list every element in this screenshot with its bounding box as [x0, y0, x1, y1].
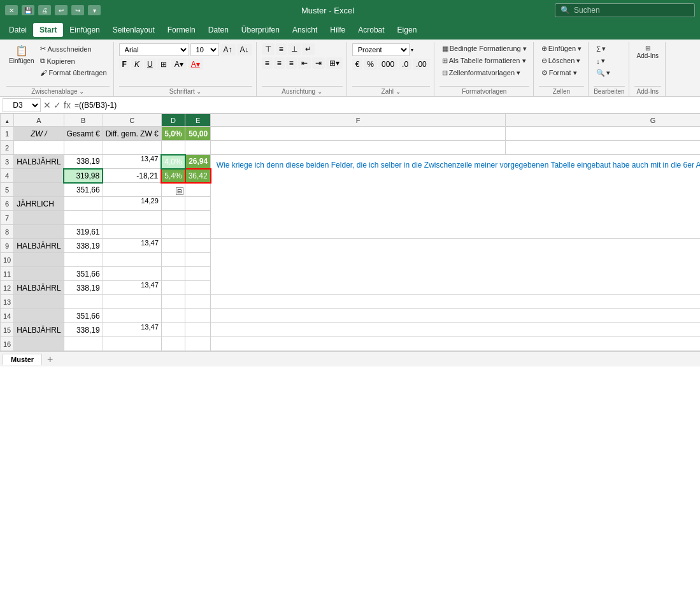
- menu-start[interactable]: Start: [33, 23, 63, 37]
- cell-F2[interactable]: [211, 141, 506, 155]
- delete-cells-button[interactable]: ⊖ Löschen ▾: [539, 55, 583, 66]
- font-family-select[interactable]: Arial: [119, 43, 189, 56]
- cell-F15[interactable]: [211, 323, 700, 337]
- cell-D13[interactable]: [161, 295, 185, 309]
- cell-E6[interactable]: [185, 197, 211, 211]
- cell-C16[interactable]: [103, 337, 161, 351]
- cell-E15[interactable]: [185, 323, 211, 337]
- cell-B7[interactable]: [64, 211, 103, 225]
- percent-button[interactable]: %: [364, 59, 377, 70]
- window-controls[interactable]: ✕ 💾 🖨 ↩ ↪ ▾: [5, 5, 101, 15]
- cell-E16[interactable]: [185, 337, 211, 351]
- cell-A5[interactable]: [14, 183, 64, 197]
- addins-button[interactable]: ⊞ Add-Ins: [634, 43, 661, 61]
- sheet-tab-muster[interactable]: Muster: [3, 354, 42, 365]
- decrease-decimal-button[interactable]: .0: [399, 59, 411, 70]
- cell-B5[interactable]: 351,66: [64, 183, 103, 197]
- cell-A2[interactable]: [14, 141, 64, 155]
- undo-icon[interactable]: ↩: [55, 5, 68, 15]
- format-cells-button[interactable]: ⚙ Format ▾: [539, 68, 580, 78]
- cell-F14[interactable]: [211, 309, 700, 323]
- font-color-button[interactable]: A▾: [188, 59, 203, 70]
- number-format-select[interactable]: Prozent: [352, 43, 410, 56]
- col-header-A[interactable]: A: [14, 114, 64, 127]
- italic-button[interactable]: K: [131, 59, 143, 70]
- cell-E7[interactable]: [185, 211, 211, 225]
- cell-F1[interactable]: [211, 127, 506, 141]
- cell-A15[interactable]: HALBJÄHRL: [14, 323, 64, 337]
- cell-E3[interactable]: 26,94: [185, 155, 211, 169]
- cell-E5[interactable]: [185, 183, 211, 197]
- cell-B16[interactable]: [64, 337, 103, 351]
- align-bottom-button[interactable]: ⊥: [288, 43, 301, 55]
- cancel-formula-icon[interactable]: ✕: [43, 100, 51, 110]
- col-header-D[interactable]: D: [161, 114, 185, 127]
- cell-A11[interactable]: [14, 267, 64, 281]
- merge-button[interactable]: ⊞▾: [326, 57, 343, 69]
- decrease-indent-button[interactable]: ⇤: [298, 57, 311, 69]
- cell-A8[interactable]: [14, 225, 64, 239]
- menu-eigen[interactable]: Eigen: [391, 23, 424, 37]
- cell-B6[interactable]: [64, 197, 103, 211]
- cell-A10[interactable]: [14, 253, 64, 267]
- cell-C7[interactable]: [103, 211, 161, 225]
- cell-A9[interactable]: HALBJÄHRL: [14, 239, 64, 253]
- col-header-F[interactable]: F: [211, 114, 506, 127]
- cell-B13[interactable]: [64, 295, 103, 309]
- cell-B9[interactable]: 338,19: [64, 239, 103, 253]
- cell-C2[interactable]: [103, 141, 161, 155]
- cell-E8[interactable]: [185, 225, 211, 239]
- col-header-C[interactable]: C: [103, 114, 161, 127]
- cell-D11[interactable]: [161, 267, 185, 281]
- cell-D14[interactable]: [161, 309, 185, 323]
- cell-D8[interactable]: [161, 225, 185, 239]
- cell-C11[interactable]: [103, 267, 161, 281]
- cell-A16[interactable]: [14, 337, 64, 351]
- cell-D6[interactable]: [161, 197, 185, 211]
- cell-D1[interactable]: 5,0%: [161, 127, 185, 141]
- autosum-button[interactable]: Σ ▾: [594, 43, 608, 54]
- cell-C14[interactable]: [103, 309, 161, 323]
- cell-D15[interactable]: [161, 323, 185, 337]
- cell-F16[interactable]: [211, 337, 700, 351]
- align-right-button[interactable]: ≡: [286, 57, 297, 69]
- formula-input[interactable]: [73, 99, 697, 111]
- shrink-font-button[interactable]: A↓: [237, 44, 252, 55]
- cell-D4[interactable]: 5,4%: [161, 169, 185, 183]
- currency-button[interactable]: €: [352, 59, 363, 70]
- search-input[interactable]: [574, 6, 682, 15]
- cell-C15[interactable]: 13,47: [103, 323, 161, 337]
- menu-hilfe[interactable]: Hilfe: [324, 23, 352, 37]
- increase-decimal-button[interactable]: .00: [413, 59, 430, 70]
- cell-E12[interactable]: [185, 281, 211, 295]
- menu-datei[interactable]: Datei: [3, 23, 33, 37]
- cell-B2[interactable]: [64, 141, 103, 155]
- col-header-G[interactable]: G: [506, 114, 700, 127]
- cell-D7[interactable]: [161, 211, 185, 225]
- paste-button[interactable]: 📋 Einfügen: [6, 43, 36, 66]
- menu-ueberpruefen[interactable]: Überprüfen: [235, 23, 286, 37]
- save-icon[interactable]: 💾: [22, 5, 34, 15]
- thousands-button[interactable]: 000: [378, 59, 397, 70]
- cell-B12[interactable]: 338,19: [64, 281, 103, 295]
- fill-button[interactable]: ↓ ▾: [594, 55, 608, 66]
- cell-D2[interactable]: [161, 141, 185, 155]
- menu-einfuegen[interactable]: Einfügen: [63, 23, 106, 37]
- copy-button[interactable]: ⧉ Kopieren: [38, 55, 109, 66]
- cell-B10[interactable]: [64, 253, 103, 267]
- align-center-button[interactable]: ≡: [274, 57, 285, 69]
- cell-reference-box[interactable]: D3: [3, 98, 41, 112]
- insert-cells-button[interactable]: ⊕ Einfügen ▾: [539, 43, 584, 54]
- customize-icon[interactable]: ▾: [88, 5, 101, 15]
- cut-button[interactable]: ✂ Ausschneiden: [38, 43, 109, 54]
- cell-E11[interactable]: [185, 267, 211, 281]
- cell-A12[interactable]: HALBJÄHRL: [14, 281, 64, 295]
- cell-A6[interactable]: JÄHRLICH: [14, 197, 64, 211]
- cell-B8[interactable]: 319,61: [64, 225, 103, 239]
- cell-C8[interactable]: [103, 225, 161, 239]
- menu-seitenlayout[interactable]: Seitenlayout: [106, 23, 161, 37]
- cell-E10[interactable]: [185, 253, 211, 267]
- cell-C4[interactable]: -18,21: [103, 169, 161, 183]
- autofill-indicator[interactable]: ⊟: [176, 187, 183, 195]
- underline-button[interactable]: U: [144, 59, 156, 70]
